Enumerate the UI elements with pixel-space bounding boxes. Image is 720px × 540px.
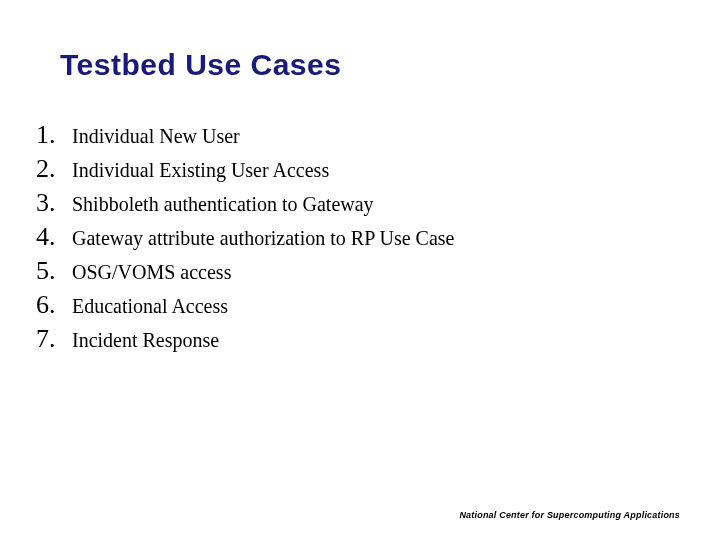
list-number: 1.: [36, 120, 72, 150]
list-item: 3. Shibboleth authentication to Gateway: [36, 188, 676, 218]
list-item: 1. Individual New User: [36, 120, 676, 150]
list-number: 5.: [36, 256, 72, 286]
footer-attribution: National Center for Supercomputing Appli…: [459, 510, 680, 520]
list-number: 3.: [36, 188, 72, 218]
list-text: Incident Response: [72, 327, 219, 352]
list-text: OSG/VOMS access: [72, 259, 231, 284]
list-text: Individual New User: [72, 123, 240, 148]
slide-title: Testbed Use Cases: [60, 48, 341, 82]
list-item: 5. OSG/VOMS access: [36, 256, 676, 286]
list-number: 4.: [36, 222, 72, 252]
list-text: Gateway attribute authorization to RP Us…: [72, 225, 455, 250]
list-item: 7. Incident Response: [36, 324, 676, 354]
use-case-list: 1. Individual New User 2. Individual Exi…: [36, 120, 676, 358]
list-item: 6. Educational Access: [36, 290, 676, 320]
list-number: 2.: [36, 154, 72, 184]
list-item: 4. Gateway attribute authorization to RP…: [36, 222, 676, 252]
slide: Testbed Use Cases 1. Individual New User…: [0, 0, 720, 540]
list-number: 7.: [36, 324, 72, 354]
list-number: 6.: [36, 290, 72, 320]
list-text: Shibboleth authentication to Gateway: [72, 191, 374, 216]
list-item: 2. Individual Existing User Access: [36, 154, 676, 184]
list-text: Educational Access: [72, 293, 228, 318]
list-text: Individual Existing User Access: [72, 157, 329, 182]
